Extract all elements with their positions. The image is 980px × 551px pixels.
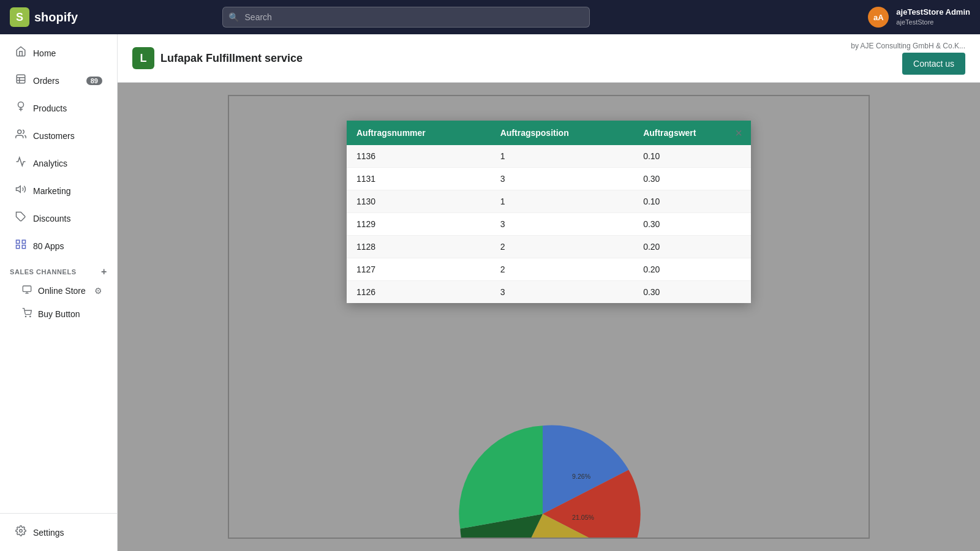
sidebar-label-orders: Orders [33,76,59,86]
app-header: L Lufapak Fulfillment service by AJE Con… [118,34,980,83]
search-bar: 🔍 [222,7,590,28]
app-logo: L [132,47,154,69]
header-right: by AJE Consulting GmbH & Co.K... Contact… [851,42,965,75]
online-store-icon [22,285,32,297]
sales-channels-label: SALES CHANNELS [10,268,77,276]
sidebar-label-discounts: Discounts [33,214,70,223]
sidebar-item-analytics[interactable]: Analytics [5,150,112,176]
svg-marker-6 [17,186,21,193]
sidebar-item-settings[interactable]: Settings [5,519,112,545]
pie-label-2105: 21.05% [572,514,594,521]
sidebar-item-customers[interactable]: Customers [5,122,112,149]
inner-content-frame: × Auftragsnummer Auftragsposition Auftra… [228,95,870,539]
orders-table: Auftragsnummer Auftragsposition Auftrags… [347,121,751,303]
table-cell-nr: 1127 [347,258,491,281]
sidebar-item-online-store[interactable]: Online Store ⚙ [5,280,112,302]
sidebar-item-buy-button[interactable]: Buy Button [5,303,112,325]
sidebar-item-home[interactable]: Home [5,40,112,66]
settings-icon [15,525,27,539]
settings-label: Settings [33,528,64,538]
svg-rect-0 [17,75,25,83]
layout: Home Orders 89 Products Customers Anal [0,34,980,551]
sidebar-label-customers: Customers [33,131,75,141]
contact-us-button[interactable]: Contact us [902,53,965,75]
app-title-row: L Lufapak Fulfillment service [132,47,303,69]
table-cell-nr: 1130 [347,190,491,213]
pie-segment-green [459,425,543,528]
svg-point-4 [18,102,24,108]
nav-right: aA ajeTestStore Admin ajeTestStore [868,7,970,28]
table-cell-val: 0.10 [633,145,751,168]
sidebar-item-marketing[interactable]: Marketing [5,178,112,204]
search-input[interactable] [222,7,590,28]
table-cell-pos: 1 [491,145,633,168]
table-cell-pos: 3 [491,281,633,304]
avatar[interactable]: aA [868,7,889,28]
sidebar-label-analytics: Analytics [33,159,67,168]
sidebar-label-apps: 80 Apps [33,241,64,251]
svg-point-5 [18,130,21,133]
sidebar-item-products[interactable]: Products [5,95,112,121]
analytics-icon [15,156,27,170]
sidebar-label-marketing: Marketing [33,186,70,196]
sidebar-item-orders[interactable]: Orders 89 [5,67,112,94]
content-area: × Auftragsnummer Auftragsposition Auftra… [118,83,980,551]
svg-point-17 [20,530,23,533]
sidebar-item-apps[interactable]: 80 Apps [5,233,112,259]
table-cell-pos: 2 [491,258,633,281]
shopify-logo[interactable]: S shopify [10,7,78,27]
pie-chart-svg: 9.26% 21.05% [426,384,659,538]
sidebar-label-home: Home [33,48,56,58]
top-navigation: S shopify 🔍 aA ajeTestStore Admin ajeTes… [0,0,980,34]
svg-rect-12 [23,286,31,291]
table-cell-pos: 3 [491,213,633,236]
table-row: 112930.30 [347,213,751,236]
table-cell-val: 0.20 [633,236,751,258]
svg-point-16 [30,316,31,317]
svg-rect-11 [17,246,20,249]
table-cell-val: 0.30 [633,213,751,236]
table-cell-val: 0.10 [633,190,751,213]
pie-label-926: 9.26% [572,473,591,480]
sub-name: ajeTestStore [896,18,970,26]
modal-dialog: × Auftragsnummer Auftragsposition Auftra… [347,121,751,303]
add-channel-button[interactable]: + [101,267,107,277]
user-info: ajeTestStore Admin ajeTestStore [896,7,970,26]
company-tooltip: by AJE Consulting GmbH & Co.K... [851,42,965,50]
pie-chart-area: 9.26% 21.05% [426,384,671,538]
table-row: 113010.10 [347,190,751,213]
home-icon [15,46,27,60]
orders-badge: 89 [86,77,102,85]
main-content: L Lufapak Fulfillment service by AJE Con… [118,34,980,551]
sidebar-item-discounts[interactable]: Discounts [5,205,112,231]
buy-button-icon [22,308,32,320]
table-row: 113610.10 [347,145,751,168]
svg-rect-8 [17,240,20,243]
table-row: 113130.30 [347,168,751,190]
table-row: 112720.20 [347,258,751,281]
shopify-icon: S [10,7,29,27]
table-cell-nr: 1136 [347,145,491,168]
sidebar-label-products: Products [33,103,67,113]
shopify-wordmark: shopify [34,10,78,24]
store-name: ajeTestStore Admin [896,7,970,18]
search-icon: 🔍 [228,12,239,22]
app-name: Lufapak Fulfillment service [160,52,303,65]
col-header-auftragsposition: Auftragsposition [491,121,633,145]
svg-rect-10 [22,246,25,249]
table-cell-pos: 3 [491,168,633,190]
svg-point-15 [25,316,26,317]
table-cell-val: 0.20 [633,258,751,281]
settings-section: Settings [0,513,117,546]
products-icon [15,101,27,115]
table-cell-nr: 1131 [347,168,491,190]
table-cell-nr: 1129 [347,213,491,236]
buy-button-label: Buy Button [38,309,80,319]
modal-close-button[interactable]: × [735,127,742,139]
svg-rect-9 [22,240,25,243]
table-row: 112820.20 [347,236,751,258]
online-store-settings-icon[interactable]: ⚙ [94,286,102,296]
table-cell-val: 0.30 [633,281,751,304]
col-header-auftragswert: Auftragswert [633,121,751,145]
sales-channels-section: SALES CHANNELS + [0,260,117,279]
